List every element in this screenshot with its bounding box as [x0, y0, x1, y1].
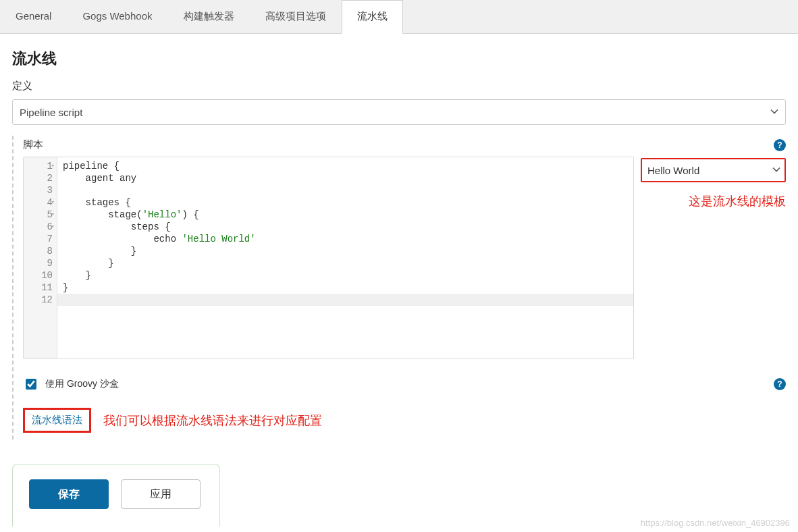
syntax-row: 流水线语法 我们可以根据流水线语法来进行对应配置 [23, 408, 786, 433]
template-select[interactable]: Hello World [641, 158, 786, 182]
code-line[interactable]: } [63, 245, 628, 257]
sandbox-checkbox[interactable] [26, 379, 36, 390]
tab-4[interactable]: 流水线 [342, 0, 403, 34]
syntax-annotation: 我们可以根据流水线语法来进行对应配置 [103, 413, 322, 429]
template-annotation: 这是流水线的模板 [641, 193, 786, 209]
sandbox-label: 使用 Groovy 沙盒 [45, 378, 119, 390]
code-line[interactable]: stages { [63, 196, 628, 209]
footer-actions: 保存 应用 [12, 464, 220, 527]
tab-3[interactable]: 高级项目选项 [250, 0, 342, 33]
save-button[interactable]: 保存 [29, 479, 109, 509]
tab-1[interactable]: Gogs Webhook [67, 0, 167, 33]
tab-2[interactable]: 构建触发器 [168, 0, 250, 33]
script-header: 脚本 ? [23, 136, 786, 157]
code-line[interactable]: steps { [63, 221, 628, 233]
tab-0[interactable]: General [0, 0, 67, 33]
editor-row: 123456789101112 pipeline { agent any sta… [23, 157, 786, 359]
section-title: 流水线 [12, 49, 786, 69]
editor-code[interactable]: pipeline { agent any stages { stage('Hel… [57, 157, 633, 358]
template-select-value: Hello World [647, 165, 699, 176]
code-line[interactable]: pipeline { [63, 160, 628, 172]
code-line[interactable] [63, 184, 628, 196]
help-icon[interactable]: ? [774, 378, 786, 390]
pipeline-syntax-link[interactable]: 流水线语法 [23, 408, 91, 433]
code-line[interactable]: agent any [63, 172, 628, 184]
definition-select[interactable]: Pipeline script [12, 99, 786, 125]
code-editor[interactable]: 123456789101112 pipeline { agent any sta… [23, 157, 634, 359]
code-line[interactable]: } [63, 282, 628, 294]
code-line[interactable]: } [63, 257, 628, 269]
code-line[interactable]: echo 'Hello World' [63, 233, 628, 245]
definition-select-value: Pipeline script [20, 107, 82, 118]
code-line[interactable]: } [63, 269, 628, 282]
content-area: 流水线 定义 Pipeline script 脚本 ? 123456789101… [0, 34, 798, 527]
chevron-down-icon [772, 165, 780, 176]
editor-gutter: 123456789101112 [24, 157, 57, 358]
apply-button[interactable]: 应用 [121, 479, 201, 509]
help-icon[interactable]: ? [774, 139, 786, 151]
script-block: 脚本 ? 123456789101112 pipeline { agent an… [12, 136, 786, 440]
tabs-bar: GeneralGogs Webhook构建触发器高级项目选项流水线 [0, 0, 798, 34]
template-column: Hello World 这是流水线的模板 [641, 157, 786, 209]
sandbox-row: 使用 Groovy 沙盒 ? [23, 377, 786, 392]
code-line[interactable] [57, 294, 633, 306]
code-line[interactable]: stage('Hello') { [63, 209, 628, 221]
script-label: 脚本 [23, 138, 43, 151]
definition-label: 定义 [12, 80, 786, 92]
chevron-down-icon [770, 107, 778, 118]
